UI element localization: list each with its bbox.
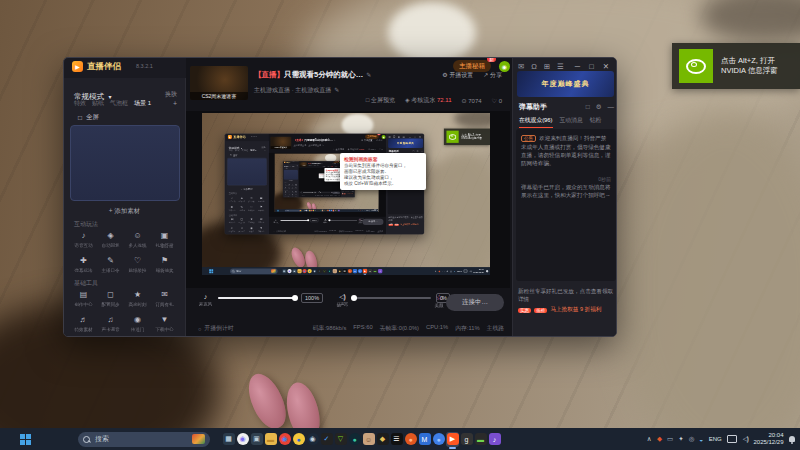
nvidia-notification[interactable]: 点击 Alt+Z, 打开 NVIDIA 信息浮窗 bbox=[672, 43, 800, 89]
speaker-volume-slider[interactable] bbox=[353, 297, 431, 299]
sidebar-tool-弹幕玩法[interactable]: ✚弹幕玩法 bbox=[70, 255, 97, 279]
sidebar-tool-特效素材[interactable]: ♬特效素材 bbox=[70, 314, 97, 337]
popout-icon[interactable]: □ bbox=[586, 103, 590, 111]
sidebar-tab[interactable]: 气泡框 bbox=[110, 99, 128, 108]
collapse-icon[interactable]: — bbox=[608, 103, 615, 111]
sidebar-tool-创作中心[interactable]: ▤创作中心 bbox=[70, 289, 97, 313]
taskbar-teal-app[interactable]: ● bbox=[348, 432, 361, 447]
speaker-icon[interactable]: ◁) bbox=[336, 293, 348, 301]
fullscreen-preview-button[interactable]: □ 全屏预览 bbox=[366, 96, 395, 105]
countdown-toggle[interactable]: ○ 开播倒计时 bbox=[198, 324, 234, 333]
scene-tab-active[interactable]: 场景 1 bbox=[134, 99, 151, 108]
tray-dot-icon[interactable]: ✦ bbox=[678, 435, 683, 443]
taskbar-orange-app[interactable]: ● bbox=[404, 432, 417, 447]
search-input[interactable]: 搜索 bbox=[78, 432, 210, 447]
sidebar-tool-高光时刻[interactable]: ★高光时刻 bbox=[124, 289, 151, 313]
sidebar-tool-礼物答谢[interactable]: ▣礼物答谢 bbox=[151, 230, 178, 254]
fullscreen-source-item[interactable]: □ 全屏 bbox=[78, 113, 99, 122]
tray-mic-icon[interactable]: ◒ bbox=[699, 436, 703, 443]
sidebar-tool-下载中心[interactable]: ▼下载中心 bbox=[151, 314, 178, 337]
triangle-app-icon: ▽ bbox=[335, 433, 347, 445]
sidebar-tab[interactable]: 特效 bbox=[74, 99, 86, 108]
promo-block[interactable]: 新粉丝专享好礼已发放，点击查看领取详情 实惠低价 马上抢权益 9 折福利 bbox=[516, 285, 616, 333]
sidebar-tool-贴纸装扮[interactable]: ♡贴纸装扮 bbox=[124, 255, 151, 279]
display-icon[interactable] bbox=[727, 435, 737, 443]
steam-icon: ◉ bbox=[307, 433, 319, 445]
stream-category: 主机游戏直播 · 主机游戏直播✎ bbox=[254, 86, 339, 95]
taskbar-file-explorer[interactable]: ▬ bbox=[264, 432, 277, 447]
live-preview[interactable]: 点击 Alt+Z, 打开 NVIDIA 信息浮窗 ▶ 直播伴侣 8.3.2.1 … bbox=[186, 111, 510, 288]
start-live-button[interactable]: 连接中… bbox=[446, 294, 504, 311]
mic-volume-slider[interactable] bbox=[218, 297, 296, 299]
clock[interactable]: 20:04 2025/12/29 bbox=[753, 432, 783, 446]
app-version: 8.3.2.1 bbox=[136, 63, 153, 69]
chat-message-list[interactable]: 公告欢迎来到直播间！抖音严禁未成年人直播或打赏，倡导绿色健康直播，请勿轻信刷单返… bbox=[516, 129, 616, 281]
anchor-tips-button[interactable]: 主播秘籍 新 bbox=[453, 60, 491, 72]
close-button[interactable]: ✕ bbox=[603, 62, 609, 71]
tray-red-icon[interactable]: ◆ bbox=[657, 435, 662, 443]
taskbar-copilot[interactable]: ◉ bbox=[236, 432, 249, 447]
settings-gear-icon[interactable]: ⚙ bbox=[596, 103, 602, 111]
menu-icon[interactable]: ☰ bbox=[557, 62, 564, 71]
purple-app-icon: ♪ bbox=[489, 433, 501, 445]
taskbar-green-card-app[interactable]: ▬ bbox=[474, 432, 487, 447]
taskbar-widgets[interactable]: ▣ bbox=[250, 432, 263, 447]
status-item: CPU:1% bbox=[426, 324, 448, 333]
add-scene-button[interactable]: + bbox=[173, 100, 177, 107]
edit-category-icon[interactable]: ✎ bbox=[334, 87, 339, 93]
sidebar-tool-传送门[interactable]: ◉传送门 bbox=[124, 314, 151, 337]
sidebar-tool-语音互动[interactable]: ♪语音互动 bbox=[70, 230, 97, 254]
skin-button[interactable]: 换肤 bbox=[165, 90, 177, 99]
apps-grid-icon[interactable]: ⊞ bbox=[544, 62, 550, 71]
taskbar-triangle-app[interactable]: ▽ bbox=[334, 432, 347, 447]
maximize-button[interactable]: □ bbox=[589, 62, 594, 71]
support-headset-icon[interactable]: Ω bbox=[531, 62, 537, 71]
sidebar-tool-福袋抽奖[interactable]: ⚑福袋抽奖 bbox=[151, 255, 178, 279]
tray-chevron-icon[interactable]: ∧ bbox=[647, 435, 652, 443]
taskbar-m-app[interactable]: M bbox=[418, 432, 431, 447]
volume-icon[interactable]: ◁) bbox=[743, 435, 748, 443]
taskbar-sphere-app[interactable]: ● bbox=[432, 432, 445, 447]
taskbar-stripes-app[interactable]: ☰ bbox=[390, 432, 403, 447]
anchor-tips-label: 主播秘籍 bbox=[459, 62, 485, 71]
taskbar-purple-app[interactable]: ♪ bbox=[488, 432, 501, 447]
like-stat: ♡ 0 bbox=[492, 97, 502, 104]
add-material-button[interactable]: + 添加素材 bbox=[64, 207, 185, 216]
taskbar-task-view[interactable]: ▦ bbox=[222, 432, 235, 447]
microphone-icon[interactable]: ♪ bbox=[198, 293, 213, 301]
tray-pill-icon[interactable]: ▭ bbox=[667, 435, 673, 443]
nvidia-titlebar-icon[interactable]: ◉ bbox=[499, 61, 510, 72]
taskbar-gold-diamond-app[interactable]: ◆ bbox=[376, 432, 389, 447]
sidebar-tool-多人连线[interactable]: ☺多人连线 bbox=[124, 230, 151, 254]
danmaku-tab[interactable]: 在线观众(96) bbox=[519, 116, 553, 128]
tool-label: 创作中心 bbox=[71, 301, 95, 306]
taskbar-steam[interactable]: ◉ bbox=[306, 432, 319, 447]
taskbar-g-app[interactable]: g bbox=[460, 432, 473, 447]
tool-label: 配置同步 bbox=[98, 301, 122, 306]
taskbar-check-app[interactable]: ✓ bbox=[320, 432, 333, 447]
start-button[interactable] bbox=[20, 434, 31, 445]
sidebar-tool-主播口令[interactable]: ✎主播口令 bbox=[97, 255, 124, 279]
scene-list-panel[interactable] bbox=[70, 125, 180, 201]
message-icon[interactable]: ✉ bbox=[518, 62, 524, 71]
taskbar-yellow-app[interactable]: ● bbox=[292, 432, 305, 447]
tool-label: 订阅有礼 bbox=[152, 301, 176, 306]
sidebar-tool-订阅有礼[interactable]: ✉订阅有礼 bbox=[151, 289, 178, 313]
danmaku-tab[interactable]: 钻粉 bbox=[590, 116, 602, 128]
tray-ring-icon[interactable]: ◎ bbox=[689, 435, 695, 443]
sidebar-tool-自动回复[interactable]: ◈自动回复 bbox=[97, 230, 124, 254]
notification-bell-icon[interactable] bbox=[789, 436, 795, 442]
beauty-button[interactable]: ☆ 美颜 bbox=[434, 293, 444, 308]
minimize-button[interactable]: ─ bbox=[575, 62, 580, 71]
tool-icon: ✚ bbox=[70, 255, 97, 267]
language-indicator[interactable]: ENG bbox=[709, 436, 722, 442]
tool-label: 弹幕玩法 bbox=[71, 267, 95, 272]
danmaku-tab[interactable]: 互动消息 bbox=[560, 116, 583, 128]
sidebar-tab[interactable]: 贴纸 bbox=[92, 99, 104, 108]
sidebar-tool-声卡调音[interactable]: ♫声卡调音 bbox=[97, 314, 124, 337]
event-banner[interactable]: 年度巅峰盛典 bbox=[517, 71, 614, 97]
taskbar-photo-app[interactable]: ☺ bbox=[362, 432, 375, 447]
taskbar-chrome[interactable]: ◉ bbox=[278, 432, 291, 447]
sidebar-tool-配置同步[interactable]: ◻配置同步 bbox=[97, 289, 124, 313]
taskbar-live-companion[interactable]: ▶ bbox=[446, 432, 459, 447]
